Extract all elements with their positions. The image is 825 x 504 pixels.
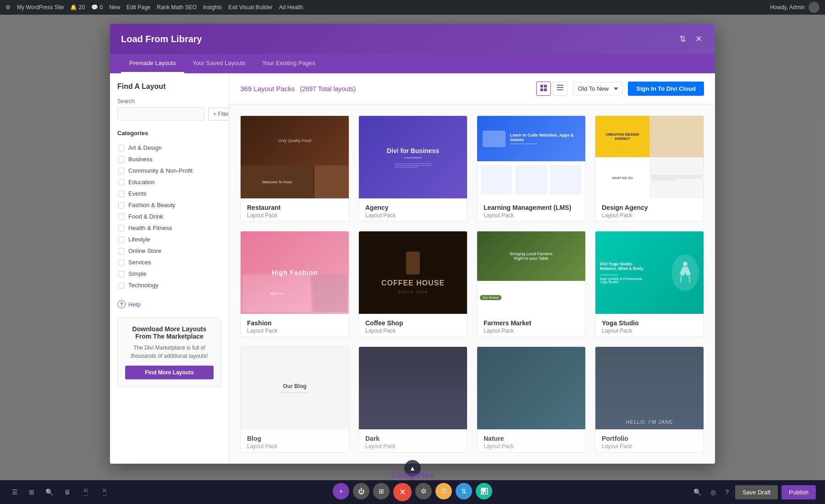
toolbar-tablet-btn[interactable]: 📱 (79, 487, 92, 498)
sign-in-divi-cloud-button[interactable]: Sign In To Divi Cloud (628, 82, 704, 96)
category-item-online-store[interactable]: Online Store (117, 245, 221, 257)
category-label-health: Health & Fitness (128, 225, 172, 231)
layout-card-lms[interactable]: Learn to Code Websites, Apps & Games (477, 115, 586, 222)
layout-card-farmers[interactable]: Bringing Local FarmersRight to your Tabl… (477, 231, 586, 337)
preview-bottom-restaurant: Welcome To Food (241, 165, 349, 198)
filter-button[interactable]: + Filter (208, 108, 229, 121)
layout-card-dark[interactable]: Dark Layout Pack (358, 346, 468, 453)
category-checkbox-events[interactable] (118, 191, 125, 197)
save-draft-button[interactable]: Save Draft (735, 485, 778, 499)
search-input[interactable] (117, 107, 204, 121)
card-type-lms: Layout Pack (484, 212, 579, 219)
find-more-layouts-button[interactable]: Find More Layouts (125, 366, 214, 379)
card-preview-coffee: COFFEE HOUSE SINCE 1988 (359, 231, 467, 314)
category-item-health[interactable]: Health & Fitness (117, 222, 221, 234)
toolbar-stats-btn[interactable]: ⇅ (456, 483, 472, 499)
card-preview-blog: Our Blog (241, 347, 349, 429)
category-item-food[interactable]: Food & Drink (117, 211, 221, 222)
sort-select[interactable]: Old To New New To Old A to Z Z to A (573, 82, 622, 95)
view-grid-button[interactable] (536, 82, 551, 96)
wp-logo[interactable]: ⚙ (6, 4, 11, 11)
toolbar-help-btn[interactable]: ? (722, 487, 732, 498)
category-checkbox-food[interactable] (118, 214, 125, 220)
category-item-business[interactable]: Business (117, 153, 221, 165)
layout-card-coffee[interactable]: COFFEE HOUSE SINCE 1988 Coffee Shop Layo… (358, 231, 468, 337)
design-agency-q4 (649, 157, 704, 198)
insights-btn[interactable]: Insights (203, 4, 222, 11)
site-name[interactable]: My WordPress Site (17, 4, 64, 11)
category-item-fashion[interactable]: Fashion & Beauty (117, 199, 221, 211)
toolbar-mobile-btn[interactable]: 📱 (98, 487, 111, 498)
layout-card-restaurant[interactable]: Only Quality Food Welcome To Food Restau… (240, 115, 349, 222)
toolbar-analytics-btn[interactable]: 📊 (476, 483, 492, 499)
layout-card-fashion[interactable]: High Fashion About Us Fashion (240, 231, 349, 337)
toolbar-power-btn[interactable]: ⏻ (353, 483, 369, 499)
category-item-services[interactable]: Services (117, 257, 221, 268)
toolbar-hamburger-btn[interactable]: ☰ (9, 487, 21, 498)
new-btn[interactable]: New (109, 4, 120, 11)
card-name-blog: Blog (247, 435, 342, 442)
layout-card-agency[interactable]: Divi for Business Agency Layou (358, 115, 468, 222)
card-info-agency: Agency Layout Pack (359, 198, 467, 222)
svg-rect-6 (557, 89, 563, 90)
category-checkbox-simple[interactable] (118, 271, 125, 277)
help-label: Help (128, 301, 141, 308)
toolbar-grid-btn[interactable]: ⊞ (26, 487, 37, 498)
design-agency-q2 (649, 116, 704, 157)
category-item-simple[interactable]: Simple (117, 268, 221, 279)
publish-button[interactable]: Publish (781, 485, 816, 499)
category-item-events[interactable]: Events (117, 188, 221, 199)
layout-card-yoga[interactable]: Divi Yoga StudioBalance, Mind & Body Hig… (595, 231, 704, 337)
toolbar-history-btn[interactable]: ⏱ (435, 483, 452, 499)
agency-sub-line (404, 157, 422, 159)
category-label-events: Events (128, 190, 147, 197)
toolbar-share-btn[interactable]: ◎ (708, 487, 719, 498)
category-item-education[interactable]: Education (117, 176, 221, 188)
category-item-community[interactable]: Community & Non-Profit (117, 165, 221, 176)
category-label-community: Community & Non-Profit (128, 167, 192, 174)
modal-settings-btn[interactable]: ⇅ (677, 32, 688, 46)
category-checkbox-lifestyle[interactable] (118, 236, 125, 243)
layout-card-jane[interactable]: HELLO, I'M JANE Portfolio Layout Pack (595, 346, 704, 453)
toolbar-add-btn[interactable]: + (333, 483, 349, 499)
svg-rect-3 (544, 88, 547, 91)
card-info-jane: Portfolio Layout Pack (595, 429, 704, 453)
category-checkbox-business[interactable] (118, 156, 125, 163)
layout-card-blog[interactable]: Our Blog Blog Layout Pack (240, 346, 349, 453)
toolbar-desktop-btn[interactable]: 🖥 (61, 487, 73, 498)
tab-saved[interactable]: Your Saved Layouts (184, 54, 254, 73)
category-checkbox-community[interactable] (118, 168, 125, 174)
toolbar-search-btn[interactable]: 🔍 (43, 487, 56, 498)
rank-math-btn[interactable]: Rank Math SEO (157, 4, 197, 11)
category-checkbox-fashion[interactable] (118, 202, 125, 208)
toolbar-close-btn[interactable]: ✕ (393, 483, 412, 501)
toolbar-search-right-btn[interactable]: 🔍 (691, 487, 704, 498)
layout-card-design-agency[interactable]: CREATIVE DESIGN AGENCY WHAT WE DO (595, 115, 704, 222)
toolbar-layout-btn[interactable]: ⊞ (373, 483, 390, 499)
card-type-design-agency: Layout Pack (602, 212, 697, 219)
layout-card-nature[interactable]: Nature Layout Pack (477, 346, 586, 453)
tab-existing[interactable]: Your Existing Pages (254, 54, 324, 73)
updates-count[interactable]: 🔔 20 (70, 4, 85, 11)
category-checkbox-services[interactable] (118, 259, 125, 266)
download-box-desc: The Divi Marketplace is full of thousand… (125, 344, 214, 360)
ad-health-btn[interactable]: Ad Health (279, 4, 303, 11)
toolbar-settings-btn[interactable]: ⚙ (415, 483, 432, 499)
category-checkbox-online-store[interactable] (118, 248, 125, 254)
category-checkbox-education[interactable] (118, 179, 125, 186)
download-box-title: Download More Layouts From The Marketpla… (125, 325, 214, 340)
exit-builder-btn[interactable]: Exit Visual Builder (228, 4, 273, 11)
category-checkbox-art[interactable] (118, 145, 125, 151)
category-item-lifestyle[interactable]: Lifestyle (117, 234, 221, 245)
view-list-button[interactable] (553, 82, 567, 96)
help-button[interactable]: ? Help (117, 300, 221, 308)
category-item[interactable]: Art & Design (117, 142, 221, 153)
category-checkbox-technology[interactable] (118, 282, 125, 289)
modal-close-btn[interactable]: ✕ (693, 32, 704, 46)
edit-page-btn[interactable]: Edit Page (126, 4, 150, 11)
modal-overlay: Load From Library ⇅ ✕ Premade Layouts Yo… (0, 15, 825, 504)
category-checkbox-health[interactable] (118, 225, 125, 231)
comments-count[interactable]: 💬 0 (91, 4, 103, 11)
tab-premade[interactable]: Premade Layouts (121, 54, 184, 73)
category-item-technology[interactable]: Technology (117, 279, 221, 291)
